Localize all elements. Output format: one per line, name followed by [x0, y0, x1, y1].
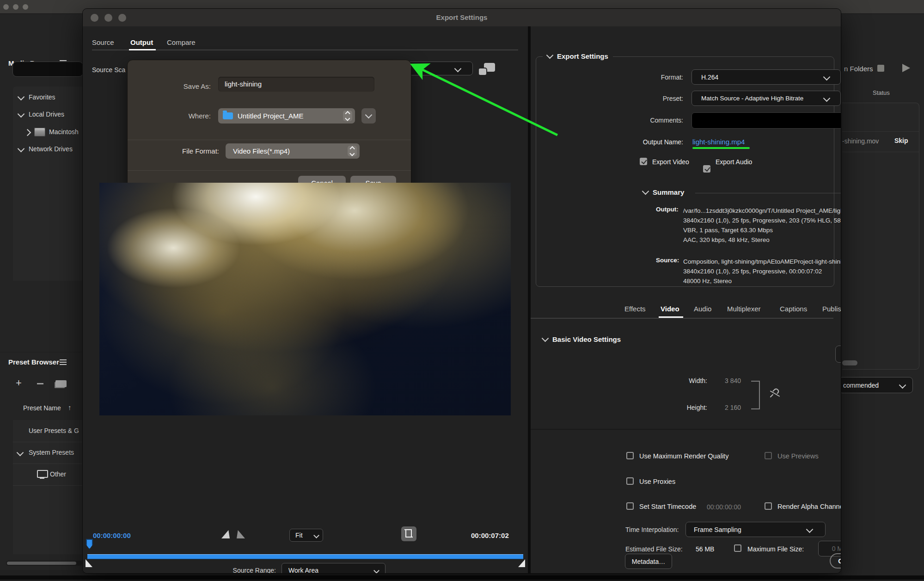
- tab-audio[interactable]: Audio: [694, 305, 711, 313]
- use-max-render-quality-checkbox[interactable]: [626, 452, 634, 459]
- bg-close-button[interactable]: [3, 4, 9, 10]
- tree-item-macintosh[interactable]: Macintosh: [13, 126, 82, 139]
- basic-video-settings-header[interactable]: Basic Video Settings: [543, 335, 621, 343]
- where-expand-button[interactable]: [361, 108, 376, 124]
- set-in-point-icon[interactable]: [221, 530, 230, 538]
- work-area-right-handle[interactable]: [518, 559, 525, 567]
- chevron-down-icon[interactable]: [546, 51, 554, 59]
- where-dropdown[interactable]: Untitled Project_AME: [218, 108, 355, 124]
- preset-row-label[interactable]: User Presets & G: [29, 427, 79, 434]
- comments-input[interactable]: [691, 112, 841, 129]
- chevron-down-icon[interactable]: [17, 449, 24, 457]
- new-folder-icon[interactable]: [55, 380, 67, 387]
- chevron-right-icon[interactable]: [24, 129, 31, 136]
- preset-name-header[interactable]: Preset Name: [23, 404, 61, 412]
- output-name-link[interactable]: light-shining.mp4: [692, 138, 745, 146]
- remove-preset-icon[interactable]: [37, 383, 43, 384]
- chevron-down-icon[interactable]: [18, 145, 25, 153]
- chevron-down-icon[interactable]: [542, 335, 549, 342]
- export-settings-header[interactable]: Export Settings: [543, 51, 613, 61]
- playhead-marker[interactable]: [86, 539, 93, 549]
- tab-multiplexer[interactable]: Multiplexer: [727, 305, 761, 313]
- summary-output-label: Output:: [656, 206, 679, 213]
- dialog-title: Export Settings: [83, 13, 841, 21]
- preset-filter-dropdown[interactable]: commended: [838, 377, 913, 393]
- sort-ascending-icon[interactable]: ↑: [68, 403, 72, 411]
- file-format-stepper[interactable]: [348, 146, 357, 156]
- add-preset-icon[interactable]: +: [16, 379, 24, 388]
- tree-item-local-drives[interactable]: Local Drives: [13, 109, 82, 121]
- export-audio-checkbox[interactable]: [703, 165, 710, 173]
- tab-output[interactable]: Output: [130, 38, 153, 46]
- width-value[interactable]: 3 840: [725, 377, 741, 384]
- tree-item-label[interactable]: Favorites: [29, 93, 55, 101]
- output-view-icon[interactable]: [479, 63, 496, 76]
- preset-row-label[interactable]: Other: [50, 470, 66, 478]
- media-browser-menu-icon[interactable]: [60, 60, 67, 61]
- summary-line: AAC, 320 kbps, 48 kHz, Stereo: [683, 235, 841, 245]
- summary-header[interactable]: Summary: [643, 188, 684, 196]
- preset-row-system[interactable]: System Presets: [13, 442, 82, 464]
- save-as-name-input[interactable]: light-shining: [218, 77, 374, 92]
- tab-source[interactable]: Source: [92, 38, 114, 46]
- preset-browser-menu-icon[interactable]: [60, 359, 67, 360]
- hscroll-thumb[interactable]: [7, 562, 76, 565]
- tree-item-network-drives[interactable]: Network Drives: [13, 144, 82, 156]
- chevron-down-icon[interactable]: [18, 93, 25, 101]
- queue-row-filename[interactable]: -shining.mov: [842, 137, 879, 145]
- preset-row-other[interactable]: Other: [13, 464, 82, 486]
- where-stepper[interactable]: [343, 111, 352, 121]
- format-dropdown[interactable]: H.264: [691, 69, 841, 85]
- bg-zoom-button[interactable]: [23, 4, 28, 10]
- metadata-button[interactable]: Metadata…: [625, 554, 672, 569]
- dialog-right-pane: Export Settings Format: H.264 Preset: Ma…: [531, 26, 841, 573]
- preset-browser-hscrollbar[interactable]: [6, 561, 82, 566]
- set-out-point-icon[interactable]: [237, 530, 245, 538]
- tab-effects[interactable]: Effects: [624, 305, 646, 313]
- time-interpolation-dropdown[interactable]: Frame Sampling: [685, 522, 826, 537]
- preset-row-user[interactable]: User Presets & G: [13, 420, 82, 442]
- stop-queue-icon[interactable]: [877, 65, 884, 72]
- tree-item-label[interactable]: Local Drives: [29, 111, 64, 118]
- dialog-cancel-button[interactable]: Cancel: [830, 553, 841, 569]
- use-previews-checkbox[interactable]: [765, 452, 772, 459]
- crop-button[interactable]: [401, 526, 416, 541]
- queue-hscroll-thumb[interactable]: [842, 360, 857, 365]
- start-queue-icon[interactable]: [902, 64, 910, 72]
- tree-item-favorites[interactable]: Favorites: [13, 92, 82, 104]
- use-max-render-quality-label: Use Maximum Render Quality: [639, 452, 728, 460]
- bg-minimize-button[interactable]: [13, 4, 18, 10]
- tab-video[interactable]: Video: [661, 305, 679, 313]
- export-video-label: Export Video: [652, 158, 689, 166]
- use-proxies-checkbox[interactable]: [626, 477, 634, 485]
- preset-row-label[interactable]: System Presets: [29, 449, 74, 456]
- queue-row-status[interactable]: Skip: [894, 137, 908, 144]
- height-value[interactable]: 2 160: [725, 404, 741, 411]
- media-browser-search-input[interactable]: [12, 62, 83, 77]
- chevron-down-icon[interactable]: [642, 188, 649, 195]
- tab-compare[interactable]: Compare: [167, 38, 196, 46]
- chevron-down-icon: [899, 382, 906, 389]
- preset-dropdown[interactable]: Match Source - Adaptive High Bitrate: [691, 91, 841, 106]
- tab-publish[interactable]: Publish: [822, 305, 841, 313]
- max-file-size-checkbox[interactable]: [734, 544, 741, 552]
- match-source-button[interactable]: Match Source: [835, 346, 841, 363]
- timeline-track[interactable]: [87, 554, 523, 559]
- tab-captions[interactable]: Captions: [780, 305, 807, 313]
- file-format-label: File Format:: [178, 147, 219, 155]
- export-video-checkbox[interactable]: [640, 158, 647, 165]
- link-broken-icon[interactable]: [768, 386, 781, 399]
- chevron-down-icon[interactable]: [18, 111, 25, 118]
- work-area-left-handle[interactable]: [86, 559, 92, 567]
- set-start-timecode-checkbox[interactable]: [626, 502, 634, 510]
- tree-item-label[interactable]: Macintosh: [49, 128, 79, 136]
- file-format-dropdown[interactable]: Video Files(*.mp4): [226, 143, 360, 159]
- status-column-header[interactable]: Status: [873, 89, 890, 96]
- tree-item-label[interactable]: Network Drives: [29, 145, 73, 153]
- render-alpha-checkbox[interactable]: [765, 502, 772, 510]
- source-range-dropdown[interactable]: Work Area: [281, 563, 386, 574]
- preview-monitor[interactable]: [99, 183, 511, 415]
- zoom-level-dropdown[interactable]: Fit: [289, 529, 323, 542]
- queue-row[interactable]: -shining.mov Skip: [842, 131, 919, 152]
- start-timecode-value[interactable]: 00:00:00:00: [707, 503, 741, 511]
